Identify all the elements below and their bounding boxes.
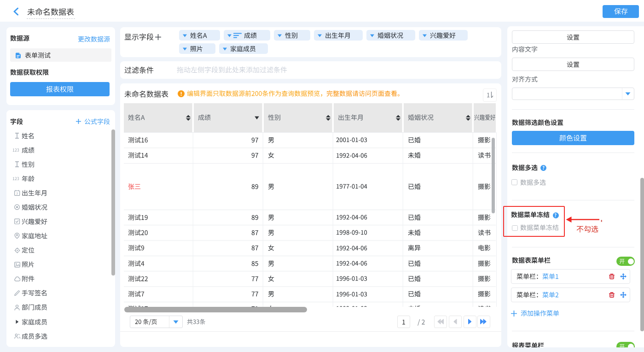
- svg-text:7: 7: [16, 192, 18, 196]
